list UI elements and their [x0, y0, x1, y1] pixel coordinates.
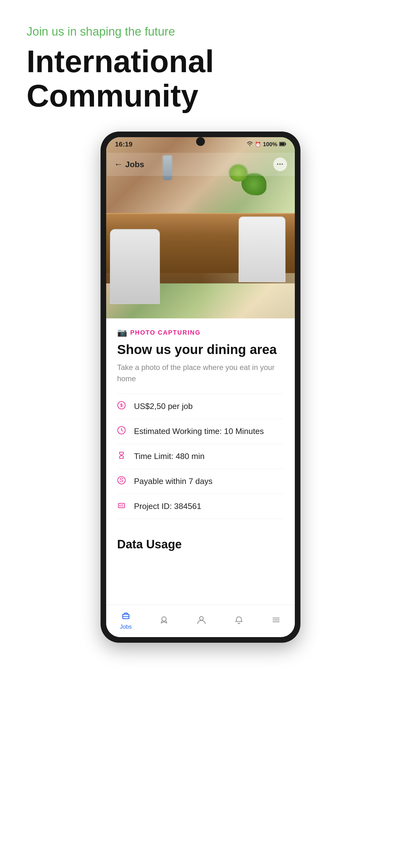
- chair-left: [110, 229, 160, 304]
- data-usage-section: Data Usage: [106, 528, 295, 557]
- alarm-icon: ⏰: [255, 142, 261, 148]
- status-icons: ⏰ 100%: [247, 141, 286, 148]
- detail-text-payment: Payable within 7 days: [134, 476, 212, 486]
- person-icon: [196, 615, 206, 626]
- detail-text-timelimit: Time Limit: 480 min: [134, 452, 205, 461]
- nav-item-achievements[interactable]: [159, 615, 169, 626]
- nav-item-menu[interactable]: [271, 615, 281, 626]
- wifi-icon: [247, 141, 253, 148]
- briefcase-icon: [121, 611, 131, 622]
- nav-item-profile[interactable]: [196, 615, 206, 626]
- svg-point-18: [200, 617, 203, 620]
- svg-line-7: [122, 430, 123, 431]
- card-content: 📷 PHOTO CAPTURING Show us your dining ar…: [106, 318, 295, 528]
- status-time: 16:19: [115, 140, 132, 148]
- nav-item-jobs[interactable]: Jobs: [120, 611, 132, 630]
- photo-area: 16:19: [106, 137, 295, 318]
- content-spacer: [106, 557, 295, 604]
- detail-row-time: Estimated Working time: 10 Minutes: [117, 419, 284, 444]
- svg-rect-2: [280, 143, 285, 145]
- phone-screen: 16:19: [106, 137, 295, 637]
- clock-icon: [117, 426, 128, 437]
- detail-text-projectid: Project ID: 384561: [134, 501, 201, 511]
- header-title: International Community: [27, 44, 374, 113]
- nav-label-jobs: Jobs: [120, 624, 132, 630]
- detail-row-pay: $ US$2,50 per job: [117, 394, 284, 419]
- money-icon: $: [117, 401, 128, 412]
- phone-notch: [196, 137, 205, 146]
- header-subtitle: Join us in shaping the future: [27, 25, 374, 38]
- battery-icon: [279, 141, 286, 148]
- job-details: $ US$2,50 per job: [117, 394, 284, 519]
- nav-item-notifications[interactable]: [234, 615, 244, 626]
- battery-percent: 100%: [263, 141, 277, 148]
- id-icon: [117, 501, 128, 512]
- job-category: 📷 PHOTO CAPTURING: [117, 328, 284, 337]
- svg-rect-1: [286, 143, 287, 145]
- detail-row-payment: Payable within 7 days: [117, 469, 284, 494]
- bottom-nav: Jobs: [106, 604, 295, 637]
- title-line1: International: [27, 44, 214, 79]
- svg-point-17: [162, 617, 166, 621]
- back-label: Jobs: [125, 160, 144, 169]
- more-icon: ···: [277, 160, 283, 168]
- data-usage-title: Data Usage: [117, 538, 284, 551]
- phone-wrapper: 16:19: [27, 131, 374, 643]
- detail-text-time: Estimated Working time: 10 Minutes: [134, 427, 264, 436]
- page-container: Join us in shaping the future Internatio…: [0, 0, 401, 868]
- job-title: Show us your dining area: [117, 342, 284, 358]
- job-description: Take a photo of the place where you eat …: [117, 362, 284, 384]
- phone-frame: 16:19: [101, 131, 300, 643]
- more-button[interactable]: ···: [273, 157, 287, 171]
- back-button[interactable]: ← Jobs: [114, 159, 144, 169]
- hourglass-icon: [117, 451, 128, 462]
- detail-text-pay: US$2,50 per job: [134, 402, 193, 411]
- detail-row-timelimit: Time Limit: 480 min: [117, 444, 284, 469]
- back-arrow-icon: ←: [114, 159, 123, 169]
- svg-point-10: [118, 476, 125, 484]
- svg-text:$: $: [120, 403, 123, 408]
- menu-icon: [271, 615, 281, 626]
- title-line2: Community: [27, 78, 198, 113]
- camera-icon: 📷: [117, 328, 127, 337]
- screen-inner: 16:19: [106, 137, 295, 637]
- payment-icon: [117, 476, 128, 487]
- category-label: PHOTO CAPTURING: [130, 329, 201, 336]
- header-section: Join us in shaping the future Internatio…: [27, 25, 374, 113]
- detail-row-projectid: Project ID: 384561: [117, 494, 284, 519]
- chair-right: [239, 217, 286, 282]
- top-nav: ← Jobs ···: [106, 153, 295, 176]
- svg-rect-11: [119, 503, 125, 508]
- badge-icon: [159, 615, 169, 626]
- bell-icon: [234, 615, 244, 626]
